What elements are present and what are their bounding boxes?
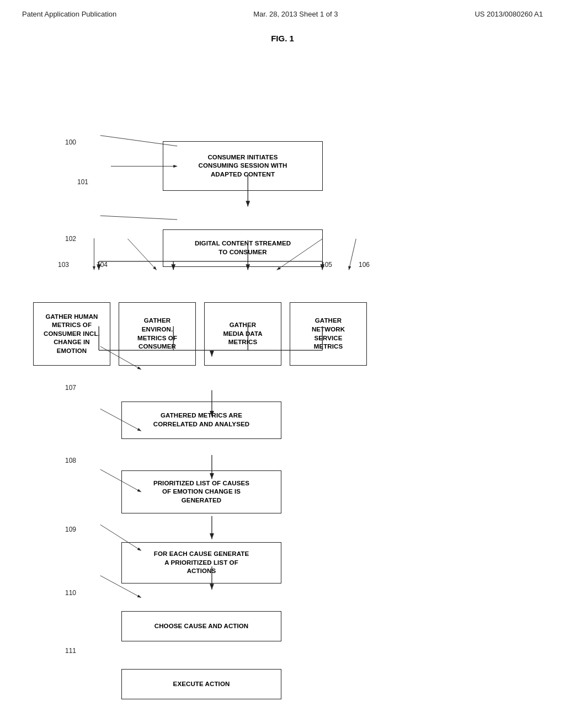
svg-line-24 [349, 239, 356, 270]
box-consumer-initiates: CONSUMER INITIATES CONSUMING SESSION WIT… [163, 141, 323, 191]
svg-line-22 [127, 239, 156, 270]
box-gather-environ: GATHER ENVIRON. METRICS OF CONSUMER [119, 302, 196, 366]
ref-111: 111 [65, 647, 76, 655]
ref-107: 107 [65, 384, 76, 392]
svg-line-20 [100, 216, 177, 220]
ref-104: 104 [97, 261, 108, 269]
ref-110: 110 [65, 589, 76, 597]
box-for-each-cause: FOR EACH CAUSE GENERATE A PRIORITIZED LI… [121, 542, 281, 584]
header-left: Patent Application Publication [22, 10, 116, 18]
diagram-area: 100 101 102 103 104 105 106 107 108 109 … [0, 60, 565, 694]
box-execute-action: EXECUTE ACTION [121, 669, 281, 699]
ref-109: 109 [65, 526, 76, 533]
box-gathered-metrics: GATHERED METRICS ARE CORRELATED AND ANAL… [121, 402, 281, 439]
box-gather-network: GATHER NETWORK SERVICE METRICS [290, 302, 367, 366]
box-choose-cause: CHOOSE CAUSE AND ACTION [121, 611, 281, 641]
box-gather-media: GATHER MEDIA DATA METRICS [204, 302, 281, 366]
box-digital-content: DIGITAL CONTENT STREAMED TO CONSUMER [163, 229, 323, 267]
header-middle: Mar. 28, 2013 Sheet 1 of 3 [253, 10, 338, 18]
ref-103: 103 [58, 261, 69, 269]
fig-title: FIG. 1 [0, 34, 565, 43]
ref-105: 105 [321, 261, 332, 269]
box-gather-human: GATHER HUMAN METRICS OF CONSUMER INCL. C… [33, 302, 110, 366]
ref-100: 100 [65, 138, 76, 146]
ref-108: 108 [65, 457, 76, 464]
page-header: Patent Application Publication Mar. 28, … [0, 0, 565, 24]
ref-106: 106 [359, 261, 370, 269]
ref-101: 101 [77, 178, 88, 186]
ref-102: 102 [65, 235, 76, 243]
header-right: US 2013/0080260 A1 [475, 10, 543, 18]
box-prioritized-causes: PRIORITIZED LIST OF CAUSES OF EMOTION CH… [121, 470, 281, 513]
